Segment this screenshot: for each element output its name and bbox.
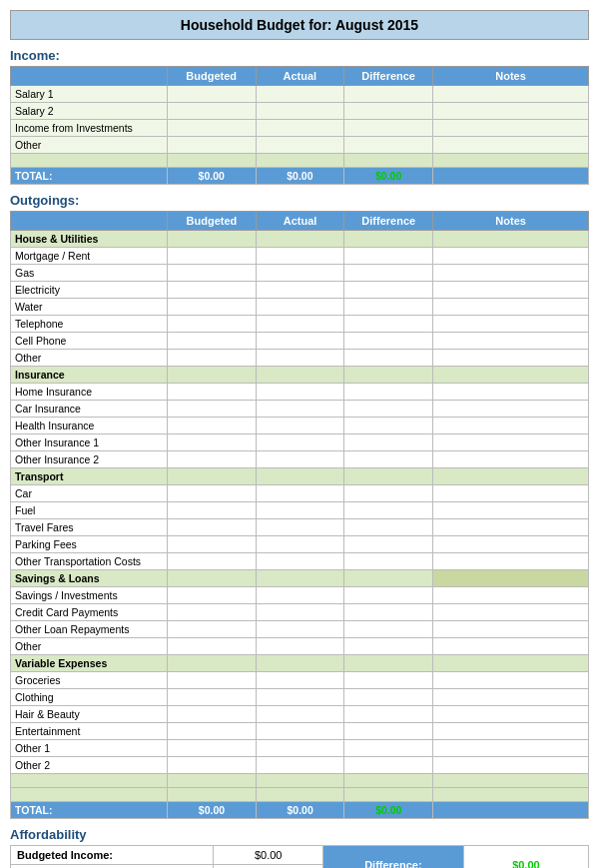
- notes-cell[interactable]: [433, 316, 589, 333]
- row-label: Gas: [11, 265, 168, 282]
- budgeted-cell[interactable]: [168, 519, 257, 536]
- row-label: Entertainment: [11, 723, 168, 740]
- notes-cell[interactable]: [433, 553, 589, 570]
- budgeted-cell[interactable]: [168, 401, 257, 418]
- actual-cell[interactable]: [256, 248, 343, 265]
- income-actual[interactable]: [256, 120, 343, 137]
- notes-cell[interactable]: [433, 248, 589, 265]
- budgeted-cell[interactable]: [168, 299, 257, 316]
- actual-cell[interactable]: [256, 434, 343, 451]
- actual-cell[interactable]: [256, 723, 343, 740]
- notes-cell[interactable]: [433, 604, 589, 621]
- budgeted-cell[interactable]: [168, 604, 257, 621]
- budgeted-cell[interactable]: [168, 316, 257, 333]
- income-actual[interactable]: [256, 86, 343, 103]
- notes-cell[interactable]: [433, 757, 589, 774]
- actual-cell[interactable]: [256, 740, 343, 757]
- budgeted-cell[interactable]: [168, 536, 257, 553]
- notes-cell[interactable]: [433, 350, 589, 367]
- actual-cell[interactable]: [256, 706, 343, 723]
- actual-cell[interactable]: [256, 401, 343, 418]
- income-actual[interactable]: [256, 103, 343, 120]
- income-budgeted[interactable]: [167, 86, 256, 103]
- actual-cell[interactable]: [256, 604, 343, 621]
- budgeted-cell[interactable]: [168, 706, 257, 723]
- budgeted-cell[interactable]: [168, 434, 257, 451]
- actual-cell[interactable]: [256, 672, 343, 689]
- notes-cell[interactable]: [433, 401, 589, 418]
- notes-cell[interactable]: [433, 689, 589, 706]
- budgeted-outgoings-value[interactable]: $0.00: [214, 865, 323, 869]
- budgeted-income-value[interactable]: $0.00: [214, 846, 323, 865]
- budgeted-cell[interactable]: [168, 638, 257, 655]
- notes-cell[interactable]: [433, 519, 589, 536]
- actual-cell[interactable]: [256, 316, 343, 333]
- budgeted-cell[interactable]: [168, 672, 257, 689]
- actual-cell[interactable]: [256, 384, 343, 401]
- actual-cell[interactable]: [256, 418, 343, 434]
- budgeted-cell[interactable]: [168, 587, 257, 604]
- budgeted-cell[interactable]: [168, 350, 257, 367]
- actual-cell[interactable]: [256, 553, 343, 570]
- actual-cell[interactable]: [256, 451, 343, 468]
- actual-cell[interactable]: [256, 350, 343, 367]
- actual-cell[interactable]: [256, 638, 343, 655]
- actual-cell[interactable]: [256, 502, 343, 519]
- notes-cell[interactable]: [433, 418, 589, 434]
- notes-cell[interactable]: [433, 706, 589, 723]
- income-budgeted[interactable]: [167, 120, 256, 137]
- budgeted-cell[interactable]: [168, 265, 257, 282]
- notes-cell[interactable]: [433, 282, 589, 299]
- notes-cell[interactable]: [433, 299, 589, 316]
- actual-cell[interactable]: [256, 282, 343, 299]
- budgeted-cell[interactable]: [168, 502, 257, 519]
- income-notes[interactable]: [433, 103, 589, 120]
- budgeted-cell[interactable]: [168, 723, 257, 740]
- actual-cell[interactable]: [256, 757, 343, 774]
- actual-cell[interactable]: [256, 265, 343, 282]
- budgeted-cell[interactable]: [168, 757, 257, 774]
- budgeted-cell[interactable]: [168, 248, 257, 265]
- notes-cell[interactable]: [433, 672, 589, 689]
- budgeted-cell[interactable]: [168, 384, 257, 401]
- spacer-row: [11, 774, 589, 788]
- budgeted-cell[interactable]: [168, 553, 257, 570]
- notes-cell[interactable]: [433, 485, 589, 502]
- income-budgeted[interactable]: [167, 103, 256, 120]
- budgeted-cell[interactable]: [168, 333, 257, 350]
- notes-cell[interactable]: [433, 265, 589, 282]
- actual-cell[interactable]: [256, 333, 343, 350]
- notes-cell[interactable]: [433, 333, 589, 350]
- notes-cell[interactable]: [433, 451, 589, 468]
- actual-cell[interactable]: [256, 689, 343, 706]
- income-actual[interactable]: [256, 137, 343, 154]
- notes-cell[interactable]: [433, 723, 589, 740]
- income-row-label: Salary 1: [11, 86, 168, 103]
- budgeted-cell[interactable]: [168, 740, 257, 757]
- budgeted-cell[interactable]: [168, 282, 257, 299]
- income-notes[interactable]: [433, 137, 589, 154]
- actual-cell[interactable]: [256, 299, 343, 316]
- actual-cell[interactable]: [256, 485, 343, 502]
- income-notes[interactable]: [433, 86, 589, 103]
- notes-cell[interactable]: [433, 587, 589, 604]
- actual-cell[interactable]: [256, 519, 343, 536]
- notes-cell[interactable]: [433, 536, 589, 553]
- notes-cell[interactable]: [433, 434, 589, 451]
- budgeted-cell[interactable]: [168, 418, 257, 434]
- notes-cell[interactable]: [433, 384, 589, 401]
- actual-cell[interactable]: [256, 587, 343, 604]
- budgeted-cell[interactable]: [168, 451, 257, 468]
- actual-cell[interactable]: [256, 621, 343, 638]
- income-budgeted[interactable]: [167, 137, 256, 154]
- notes-cell[interactable]: [433, 502, 589, 519]
- budgeted-cell[interactable]: [168, 621, 257, 638]
- income-notes[interactable]: [433, 120, 589, 137]
- budgeted-cell[interactable]: [168, 689, 257, 706]
- difference-cell: [344, 418, 433, 434]
- notes-cell[interactable]: [433, 621, 589, 638]
- notes-cell[interactable]: [433, 638, 589, 655]
- notes-cell[interactable]: [433, 740, 589, 757]
- actual-cell[interactable]: [256, 536, 343, 553]
- budgeted-cell[interactable]: [168, 485, 257, 502]
